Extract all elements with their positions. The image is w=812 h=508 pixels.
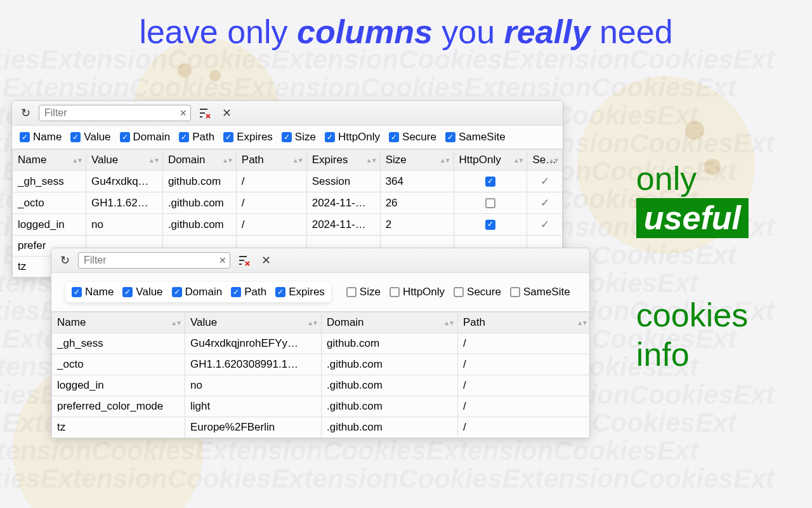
table-row[interactable]: _octoGH1.1.62….github.com/2024-11-…26✓	[13, 192, 563, 214]
clear-filter-icon[interactable]: ✕	[180, 108, 187, 118]
column-toggle-name[interactable]: ✓Name	[20, 131, 62, 144]
column-header-name[interactable]: Name▲▼	[13, 150, 86, 171]
column-toggle-size[interactable]: ✓Size	[282, 131, 316, 144]
cookies-panel-selected-columns: ↻ ✕ ✕ ✓Name✓Value✓Domain✓Path✓Expires Si…	[51, 248, 590, 439]
reload-button[interactable]: ↻	[18, 106, 32, 120]
delete-filtered-icon[interactable]	[197, 105, 213, 121]
column-header-secu[interactable]: Secu▲▼	[527, 150, 563, 171]
reload-button[interactable]: ↻	[58, 253, 72, 267]
headline: leave only columns you really need	[139, 13, 672, 51]
toolbar: ↻ ✕ ✕	[12, 101, 563, 126]
close-icon[interactable]: ✕	[258, 253, 273, 268]
close-icon[interactable]: ✕	[219, 105, 234, 121]
column-toggles-enabled: ✓Name✓Value✓Domain✓Path✓Expires	[65, 282, 331, 302]
column-toggle-path[interactable]: ✓Path	[179, 131, 214, 144]
column-toggles-disabled: SizeHttpOnlySecureSameSite	[346, 286, 570, 298]
side-line3: info	[636, 335, 749, 374]
table-row[interactable]: _octoGH1.1.620308991.1….github.com/	[52, 354, 591, 375]
column-header-value[interactable]: Value▲▼	[185, 312, 322, 333]
column-toggle-value[interactable]: ✓Value	[70, 131, 110, 144]
column-toggle-httponly[interactable]: ✓HttpOnly	[325, 131, 380, 144]
column-header-expires[interactable]: Expires▲▼	[306, 150, 380, 171]
column-toggle-domain[interactable]: ✓Domain	[172, 286, 223, 298]
column-toggle-expires[interactable]: ✓Expires	[223, 131, 273, 144]
column-header-path[interactable]: Path▲▼	[458, 312, 591, 333]
delete-filtered-icon[interactable]	[237, 253, 252, 268]
column-header-name[interactable]: Name▲▼	[52, 312, 185, 333]
column-toggle-samesite[interactable]: ✓SameSite	[445, 131, 506, 144]
column-toggles: ✓Name✓Value✓Domain✓Path✓Expires✓Size✓Htt…	[12, 126, 563, 149]
column-header-path[interactable]: Path▲▼	[236, 150, 306, 171]
side-line2: cookies	[636, 295, 749, 335]
column-toggle-name[interactable]: ✓Name	[72, 286, 114, 298]
headline-em1: columns	[297, 13, 433, 50]
side-caption: only useful cookies info	[636, 159, 749, 375]
column-header-httponly[interactable]: HttpOnly▲▼	[454, 150, 527, 171]
column-toggle-size[interactable]: Size	[346, 286, 381, 298]
headline-text3: need	[590, 13, 672, 50]
column-header-size[interactable]: Size▲▼	[380, 150, 454, 171]
column-header-domain[interactable]: Domain▲▼	[322, 312, 458, 333]
table-row[interactable]: tzEurope%2FBerlin.github.com/	[52, 417, 591, 438]
side-line1: only	[636, 159, 749, 198]
column-toggle-samesite[interactable]: SameSite	[510, 286, 570, 298]
column-toggle-httponly[interactable]: HttpOnly	[390, 286, 445, 298]
column-toggle-domain[interactable]: ✓Domain	[120, 131, 171, 144]
filter-input-wrap: ✕	[78, 252, 230, 269]
column-header-value[interactable]: Value▲▼	[86, 150, 162, 171]
clear-filter-icon[interactable]: ✕	[219, 255, 226, 265]
filter-input-wrap: ✕	[39, 105, 191, 121]
column-toggle-expires[interactable]: ✓Expires	[275, 286, 325, 298]
table-row[interactable]: preferred_color_modelight.github.com/	[52, 396, 591, 417]
filter-input[interactable]	[39, 105, 191, 121]
column-toggle-path[interactable]: ✓Path	[231, 286, 266, 298]
headline-text: leave only	[139, 13, 297, 50]
column-toggle-value[interactable]: ✓Value	[122, 286, 162, 298]
cookies-table: Name▲▼Value▲▼Domain▲▼Path▲▼_gh_sessGu4rx…	[51, 312, 590, 438]
side-highlight: useful	[636, 198, 749, 237]
filter-input[interactable]	[78, 252, 230, 269]
column-toggle-secure[interactable]: Secure	[454, 286, 501, 298]
headline-em2: really	[504, 13, 591, 50]
table-row[interactable]: _gh_sessGu4rxdkq…github.com/Session364✓	[13, 171, 563, 192]
column-toggle-secure[interactable]: ✓Secure	[389, 131, 436, 144]
table-row[interactable]: logged_inno.github.com/2024-11-…2✓	[13, 214, 563, 236]
toolbar: ↻ ✕ ✕	[51, 248, 589, 273]
table-row[interactable]: logged_inno.github.com/	[52, 375, 591, 396]
table-row[interactable]: _gh_sessGu4rxdkqjnrohEFYy…github.com/	[52, 333, 591, 354]
headline-text2: you	[433, 13, 504, 50]
column-header-domain[interactable]: Domain▲▼	[162, 150, 236, 171]
